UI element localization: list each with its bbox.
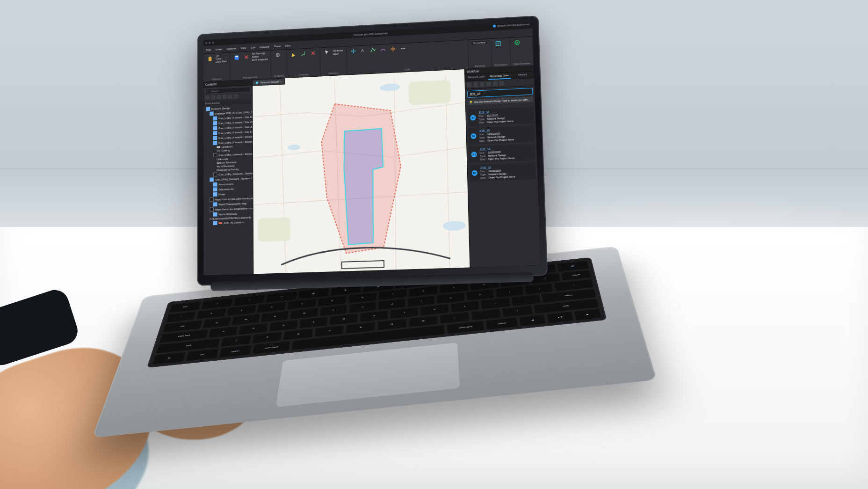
visibility-checkbox[interactable] bbox=[213, 136, 217, 140]
keyboard-key[interactable]: ▲▼ bbox=[547, 312, 573, 323]
keyboard-key[interactable]: 7 bbox=[379, 289, 406, 299]
keyboard-key[interactable]: V bbox=[315, 325, 344, 336]
more-tools-button[interactable] bbox=[398, 44, 407, 53]
snapping-button[interactable] bbox=[274, 51, 282, 59]
edit-vertices-tool[interactable] bbox=[369, 46, 377, 54]
visibility-checkbox[interactable] bbox=[213, 187, 217, 191]
keyboard-key[interactable]: P bbox=[466, 289, 493, 300]
wf-tool-icon[interactable] bbox=[467, 82, 471, 87]
keyboard-key[interactable]: ' bbox=[512, 294, 540, 306]
visibility-checkbox[interactable] bbox=[210, 207, 214, 212]
keyboard-key[interactable]: / bbox=[503, 306, 532, 317]
keyboard-key[interactable]: ▶ bbox=[574, 309, 601, 320]
visibility-checkbox[interactable] bbox=[213, 141, 217, 145]
keyboard-key[interactable]: [ bbox=[496, 286, 523, 297]
keyboard-key[interactable]: , bbox=[440, 312, 469, 323]
wf-tool-icon[interactable] bbox=[480, 82, 485, 87]
manage-quality-button[interactable] bbox=[513, 38, 521, 47]
keyboard-key[interactable]: ` bbox=[166, 311, 196, 322]
keyboard-key[interactable]: ▭ bbox=[266, 291, 297, 302]
keyboard-key[interactable]: M bbox=[409, 315, 438, 327]
keyboard-key[interactable]: 🔊 bbox=[557, 261, 588, 271]
qat-icon[interactable] bbox=[212, 42, 214, 44]
visibility-checkbox[interactable] bbox=[210, 111, 213, 116]
keyboard-key[interactable]: J bbox=[391, 307, 418, 318]
keyboard-key[interactable]: X bbox=[253, 331, 282, 343]
keyboard-key[interactable]: R bbox=[290, 308, 318, 319]
keyboard-key[interactable]: 6 bbox=[348, 292, 376, 303]
annotation-tool[interactable]: A bbox=[359, 46, 367, 55]
workflow-tab[interactable]: Shared bbox=[511, 71, 534, 79]
job-card[interactable]: NJJOB_34Due:11/1/2020Type:Network Design… bbox=[468, 107, 534, 126]
keyboard-key[interactable]: B bbox=[346, 322, 375, 333]
keyboard-key[interactable]: E bbox=[261, 311, 289, 321]
keyboard-key[interactable]: 4 bbox=[288, 299, 316, 309]
ribbon-tab-data[interactable]: Data bbox=[285, 44, 291, 47]
keyboard-key[interactable]: D bbox=[269, 320, 298, 331]
wf-tool-icon[interactable] bbox=[493, 81, 498, 86]
keyboard-key[interactable]: 5 bbox=[318, 295, 346, 306]
workflow-tab[interactable]: My Group Jobs bbox=[488, 73, 511, 80]
keyboard-key[interactable]: fn bbox=[153, 352, 186, 364]
keyboard-key[interactable]: 8 bbox=[410, 286, 437, 297]
keyboard-key[interactable]: C bbox=[283, 328, 313, 340]
keyboard-key[interactable]: ◀ bbox=[520, 314, 545, 326]
visibility-checkbox[interactable] bbox=[213, 192, 217, 197]
keyboard-key[interactable]: N bbox=[377, 319, 406, 330]
keyboard-key[interactable]: K bbox=[421, 304, 448, 315]
job-card[interactable]: NJJOB_10Due:10/30/2020Type:Network Desig… bbox=[469, 162, 535, 182]
visibility-checkbox[interactable] bbox=[210, 177, 214, 182]
keyboard-key[interactable]: S bbox=[239, 323, 268, 334]
list-by-selection-icon[interactable] bbox=[217, 95, 221, 99]
visibility-checkbox[interactable] bbox=[213, 117, 217, 121]
wf-tool-icon[interactable] bbox=[473, 82, 478, 87]
copy-path-button[interactable]: Copy Path bbox=[216, 60, 227, 63]
delete-button[interactable] bbox=[309, 49, 317, 58]
keyboard-key[interactable]: T bbox=[320, 305, 347, 315]
keyboard-key[interactable]: esc bbox=[169, 301, 201, 312]
keyboard-key[interactable]: ☼ bbox=[202, 298, 233, 309]
ribbon-tab-view[interactable]: View bbox=[241, 46, 246, 49]
keyboard-key[interactable]: delete bbox=[561, 270, 591, 280]
list-by-source-icon[interactable] bbox=[211, 95, 215, 100]
keyboard-key[interactable]: 3 bbox=[257, 302, 286, 313]
wf-tool-icon[interactable] bbox=[499, 81, 504, 86]
keyboard-key[interactable]: F bbox=[299, 317, 327, 328]
keyboard-key[interactable]: O bbox=[437, 292, 464, 303]
keyboard-key[interactable]: ] bbox=[525, 283, 553, 294]
ribbon-tab-insert[interactable]: Insert bbox=[216, 48, 222, 51]
keyboard-key[interactable]: I bbox=[408, 296, 434, 307]
keyboard-key[interactable]: ☼ bbox=[234, 295, 265, 306]
keyboard-key[interactable]: A bbox=[209, 326, 238, 337]
keyboard-key[interactable]: . bbox=[471, 309, 500, 320]
map-view[interactable]: Network Design × bbox=[253, 69, 470, 274]
discard-edits-button[interactable] bbox=[242, 53, 250, 61]
keyboard-key[interactable]: U bbox=[378, 299, 405, 309]
visibility-checkbox[interactable] bbox=[213, 131, 217, 135]
keyboard-key[interactable]: W bbox=[232, 314, 260, 325]
ribbon-tab-edit[interactable]: Edit bbox=[251, 46, 255, 49]
keyboard-key[interactable]: 2 bbox=[227, 305, 256, 315]
save-edits-button[interactable] bbox=[232, 53, 240, 62]
keyboard-key[interactable]: L bbox=[451, 301, 479, 312]
close-tab-icon[interactable]: × bbox=[280, 80, 282, 83]
ground-to-grid-button[interactable] bbox=[494, 39, 502, 48]
keyboard-key[interactable]: option bbox=[219, 345, 252, 357]
list-by-drawing-order-icon[interactable] bbox=[205, 95, 210, 100]
ribbon-tab-analysis[interactable]: Analysis bbox=[226, 47, 236, 50]
job-card[interactable]: NJJOB_25Due:10/31/2020Type:Network Desig… bbox=[468, 125, 535, 145]
qat-icon[interactable] bbox=[209, 42, 210, 44]
qat-icon[interactable] bbox=[205, 42, 207, 44]
visibility-checkbox[interactable] bbox=[213, 212, 217, 217]
job-card[interactable]: NJJOB_14Due:10/30/2020Type:Network Desig… bbox=[469, 144, 535, 163]
visibility-checkbox[interactable] bbox=[213, 221, 217, 225]
ribbon-tab-imagery[interactable]: Imagery bbox=[260, 45, 269, 48]
visibility-checkbox[interactable] bbox=[210, 197, 214, 202]
keyboard-key[interactable]: Q bbox=[203, 317, 231, 328]
keyboard-key[interactable]: Y bbox=[349, 302, 376, 313]
contents-search[interactable] bbox=[205, 87, 251, 94]
keyboard-key[interactable]: ◧ bbox=[298, 288, 329, 299]
keyboard-key[interactable]: H bbox=[360, 310, 388, 321]
visibility-checkbox[interactable] bbox=[213, 153, 217, 157]
keyboard-key[interactable]: option bbox=[486, 317, 518, 329]
